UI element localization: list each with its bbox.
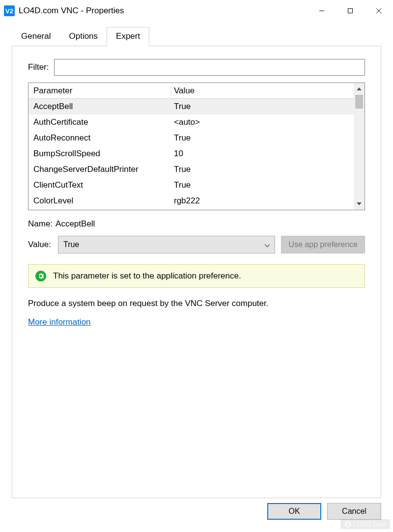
table-row[interactable]: AcceptBell True <box>28 99 354 114</box>
use-preference-button[interactable]: Use app preference <box>281 236 365 253</box>
titlebar: V2 LO4D.com VNC - Properties <box>0 0 393 22</box>
tab-expert[interactable]: Expert <box>107 27 149 46</box>
tab-options[interactable]: Options <box>59 27 107 46</box>
cell-param: ClientCutText <box>28 180 171 190</box>
value-label: Value: <box>28 240 51 250</box>
filter-label: Filter: <box>28 62 49 72</box>
detail-value-row: Value: True Use app preference <box>28 236 365 253</box>
cell-value: <auto> <box>171 117 354 127</box>
cell-value: True <box>171 165 354 174</box>
table-row[interactable]: ColorLevel rgb222 <box>28 193 354 209</box>
cell-param: ChangeServerDefaultPrinter <box>28 165 171 174</box>
download-icon: ↓ <box>344 521 351 528</box>
close-button[interactable] <box>365 1 393 21</box>
table-row[interactable]: BumpScrollSpeed 10 <box>28 146 354 162</box>
cell-value: True <box>171 180 354 190</box>
detail-name-row: Name: AcceptBell <box>28 219 365 229</box>
cell-param: AcceptBell <box>28 102 171 112</box>
tab-panel-expert: Filter: Parameter Value AcceptBell True … <box>12 46 381 498</box>
col-header-value[interactable]: Value <box>171 86 354 96</box>
scroll-up-icon[interactable] <box>354 83 365 95</box>
cell-value: True <box>171 102 354 112</box>
scroll-track[interactable] <box>355 95 363 198</box>
scroll-down-icon[interactable] <box>354 198 365 210</box>
table-header[interactable]: Parameter Value <box>28 83 354 99</box>
tab-general[interactable]: General <box>12 27 60 46</box>
cancel-button[interactable]: Cancel <box>327 503 381 520</box>
col-header-parameter[interactable]: Parameter <box>28 86 171 96</box>
window-controls <box>308 0 393 22</box>
tab-strip: General Options Expert <box>12 27 381 46</box>
table-row[interactable]: ChangeServerDefaultPrinter True <box>28 162 354 177</box>
table-row[interactable]: ClientCutText True <box>28 177 354 193</box>
dialog-buttons: OK Cancel <box>0 498 393 520</box>
name-value: AcceptBell <box>56 219 95 229</box>
name-label: Name: <box>28 219 53 229</box>
more-information-link[interactable]: More information <box>28 317 91 327</box>
gear-icon <box>35 271 46 281</box>
table-row[interactable]: AuthCertificate <auto> <box>28 114 354 130</box>
cell-param: AutoReconnect <box>28 133 171 143</box>
value-dropdown-text: True <box>63 240 79 249</box>
watermark: ↓ LO4D.com <box>340 519 390 529</box>
cell-value: True <box>171 133 354 143</box>
table-row[interactable]: AutoReconnect True <box>28 130 354 146</box>
cell-value: 10 <box>171 149 354 159</box>
minimize-button[interactable] <box>308 1 336 21</box>
parameter-table: Parameter Value AcceptBell True AuthCert… <box>28 83 365 210</box>
cell-param: BumpScrollSpeed <box>28 149 171 159</box>
ok-button[interactable]: OK <box>267 503 321 520</box>
parameter-description: Produce a system beep on request by the … <box>28 299 365 308</box>
table-row[interactable]: DotWhenNoCursor True <box>28 209 354 210</box>
scrollbar[interactable] <box>354 83 365 210</box>
maximize-button[interactable] <box>336 1 365 21</box>
filter-input[interactable] <box>54 59 365 76</box>
chevron-down-icon <box>265 240 270 249</box>
cell-value: rgb222 <box>171 196 354 206</box>
info-banner-text: This parameter is set to the application… <box>53 271 241 281</box>
cell-param: AuthCertificate <box>28 117 171 127</box>
window-title: LO4D.com VNC - Properties <box>19 6 308 16</box>
watermark-text: LO4D.com <box>353 520 386 528</box>
info-banner: This parameter is set to the application… <box>28 264 365 288</box>
value-dropdown[interactable]: True <box>58 236 276 253</box>
scroll-thumb[interactable] <box>355 95 363 109</box>
app-icon: V2 <box>4 5 15 16</box>
filter-row: Filter: <box>28 59 365 76</box>
cell-param: ColorLevel <box>28 196 171 206</box>
svg-rect-1 <box>348 9 353 13</box>
